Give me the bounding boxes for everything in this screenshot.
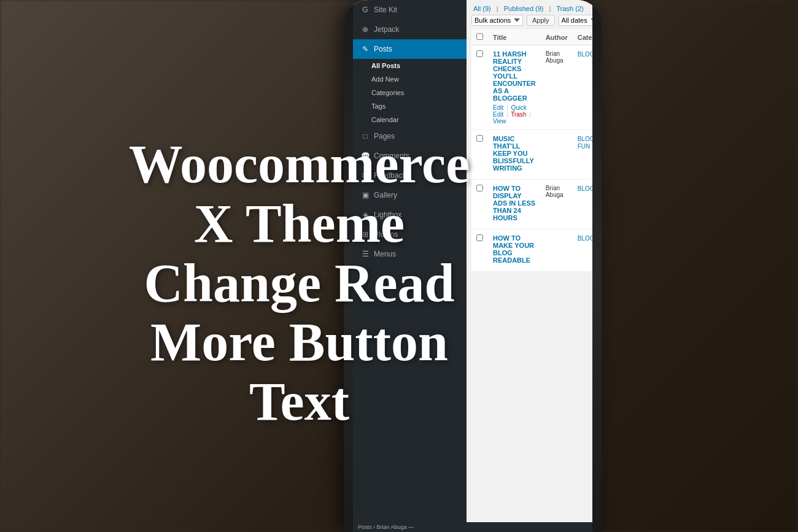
sidebar-sub-add-new[interactable]: Add New — [353, 72, 467, 86]
row1-post-title[interactable]: 11 HARSH REALITY CHECKS YOU'LL ENCOUNTER… — [493, 50, 536, 102]
row4-categories-cell: BLOGGING — [573, 229, 592, 272]
wp-status-bar: Posts ‹ Brian Abuga — — [353, 522, 592, 532]
dates-select[interactable]: All dates — [559, 15, 592, 26]
row3-category[interactable]: BLOGGING — [578, 185, 592, 192]
row2-categories-cell: BLOGGING, FUN — [573, 130, 592, 180]
row4-author-cell — [541, 229, 573, 272]
row1-title-cell: 11 HARSH REALITY CHECKS YOU'LL ENCOUNTER… — [488, 45, 541, 130]
row1-edit-link[interactable]: Edit — [493, 104, 503, 111]
sidebar-item-jetpack[interactable]: ⊕ Jetpack — [353, 20, 467, 39]
status-bar-text: Posts ‹ Brian Abuga — — [358, 524, 414, 530]
title-column-header[interactable]: Title — [488, 29, 541, 45]
hero-text: Woocommerce X Theme Change Read More But… — [95, 135, 503, 432]
all-link[interactable]: All (9) — [473, 5, 491, 12]
table-header-row: Title Author Categories — [471, 29, 592, 45]
hero-line1: Woocommerce — [95, 135, 503, 195]
hero-line3: Change Read — [95, 254, 503, 314]
pipe-separator-2: | — [549, 5, 553, 12]
sidebar-item-site-kit[interactable]: G Site Kit — [353, 0, 467, 20]
posts-icon: ✎ — [360, 44, 370, 54]
row1-view-link[interactable]: View — [493, 118, 506, 125]
categories-column-header[interactable]: Categories — [573, 29, 592, 45]
row4-category[interactable]: BLOGGING — [578, 235, 592, 242]
table-row: 11 HARSH REALITY CHECKS YOU'LL ENCOUNTER… — [471, 45, 592, 130]
hero-line4: More Button — [95, 313, 503, 372]
site-kit-icon: G — [360, 5, 370, 15]
sidebar-item-posts-label: Posts — [374, 45, 392, 53]
sidebar-item-posts[interactable]: ✎ Posts — [353, 39, 467, 59]
filter-bar: Bulk actions Apply All dates All Categor… — [471, 15, 587, 26]
sidebar-sub-categories[interactable]: Categories — [353, 86, 467, 99]
author-column-header[interactable]: Author — [541, 29, 573, 45]
filter-status-links: All (9) | Published (9) | Trash (2) — [471, 5, 587, 12]
row1-trash-link[interactable]: Trash — [511, 111, 526, 118]
row3-categories-cell: BLOGGING — [573, 180, 592, 229]
row1-categories-cell: BLOGGING — [573, 45, 592, 130]
trash-link[interactable]: Trash (2) — [557, 5, 584, 12]
jetpack-icon: ⊕ — [360, 25, 370, 34]
sidebar-sub-calendar[interactable]: Calendar — [353, 113, 467, 126]
hero-line2: X Theme — [95, 195, 503, 254]
row1-checkbox-cell — [471, 45, 488, 130]
row2-category[interactable]: BLOGGING, FUN — [578, 136, 592, 150]
row1-post-actions: Edit | Quick Edit | Trash | View — [493, 104, 536, 125]
select-all-checkbox[interactable] — [476, 33, 483, 40]
row1-checkbox[interactable] — [476, 50, 483, 57]
row2-author-cell — [541, 130, 573, 180]
row1-category[interactable]: BLOGGING — [578, 51, 592, 58]
published-link[interactable]: Published (9) — [504, 5, 544, 12]
apply-button[interactable]: Apply — [527, 15, 555, 26]
pipe-separator-1: | — [497, 5, 500, 12]
sidebar-item-site-kit-label: Site Kit — [374, 6, 397, 14]
row3-author-cell: Brian Abuga — [541, 180, 573, 229]
hero-line5: Text — [95, 372, 503, 432]
sidebar-sub-tags[interactable]: Tags — [353, 99, 467, 113]
sidebar-item-jetpack-label: Jetpack — [374, 25, 399, 34]
select-all-header — [471, 29, 488, 45]
row1-author-cell: Brian Abuga — [541, 45, 573, 130]
sidebar-sub-all-posts[interactable]: All Posts — [353, 59, 467, 72]
bulk-actions-select[interactable]: Bulk actions — [471, 15, 523, 26]
